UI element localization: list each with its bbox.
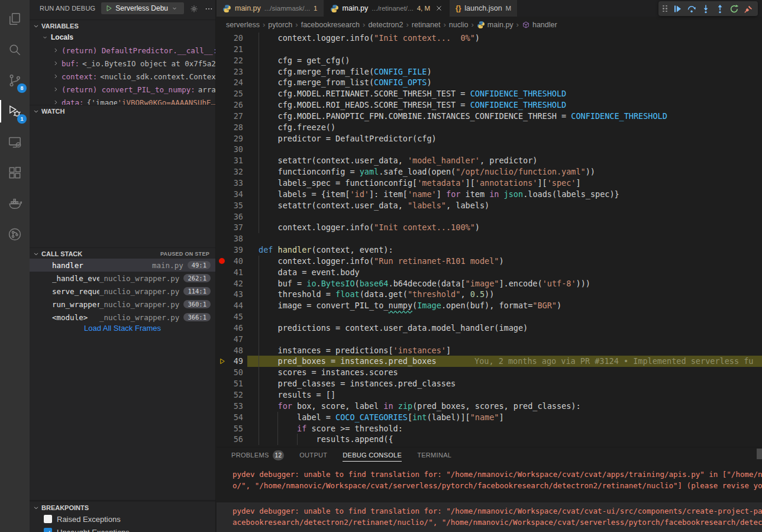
load-all-stack-frames-link[interactable]: Load All Stack Frames — [30, 324, 215, 333]
panel-tab-debug-console[interactable]: DEBUG CONSOLE — [343, 452, 402, 462]
activity-remote-explorer[interactable] — [0, 127, 30, 157]
docker-icon — [7, 196, 22, 211]
start-debug-icon[interactable] — [105, 4, 113, 12]
code-line-49[interactable]: 49 pred_boxes = instances.pred_boxesYou,… — [217, 356, 762, 367]
variable-row[interactable]: buf:<_io.BytesIO object at 0x7f5a2dc1ecc… — [30, 57, 215, 70]
variables-scope[interactable]: Locals — [30, 31, 215, 44]
tab-launch.json[interactable]: {}launch.jsonM — [450, 0, 518, 17]
breadcrumb-retinanet[interactable]: retinanet — [412, 21, 441, 29]
code-line-34[interactable]: 34 labels = {item['id']: item['name'] fo… — [217, 189, 762, 200]
checkbox-unchecked[interactable] — [44, 515, 52, 523]
variable-row[interactable]: context:<nuclio_sdk.context.Context obje… — [30, 70, 215, 83]
launch-config-dropdown[interactable]: Serverless Debu — [101, 2, 184, 14]
panel-scrollbar[interactable] — [757, 449, 762, 459]
code-line-36[interactable]: 36 — [217, 211, 762, 223]
activity-run-and-debug[interactable]: 1 — [0, 96, 30, 127]
stack-frame[interactable]: handlermain.py49:1 — [30, 259, 215, 272]
code-line-56[interactable]: 56 results.append({ — [217, 434, 762, 445]
activity-source-control[interactable]: 8 — [0, 65, 30, 96]
activity-pull-requests[interactable] — [0, 219, 30, 250]
code-line-50[interactable]: 50 scores = instances.scores — [217, 367, 762, 378]
step-over-button[interactable] — [684, 2, 699, 15]
breakpoint-row[interactable]: Uncaught Exceptions — [30, 525, 215, 532]
code-line-24[interactable]: 24 cfg.merge_from_list(CONFIG_OPTS) — [217, 77, 762, 88]
console-message[interactable]: pydev debugger: unable to find translati… — [217, 466, 762, 495]
close-tab-icon[interactable] — [435, 4, 443, 12]
activity-search[interactable] — [0, 34, 30, 65]
activity-explorer[interactable] — [0, 4, 30, 34]
restart-button[interactable] — [727, 2, 741, 15]
breadcrumb-pytorch[interactable]: pytorch — [268, 21, 292, 29]
disconnect-button[interactable] — [741, 2, 755, 15]
code-line-33[interactable]: 33 labels_spec = functionconfig['metadat… — [217, 178, 762, 189]
code-line-39[interactable]: 39def handler(context, event): — [217, 244, 762, 256]
breakpoint-row[interactable]: Raised Exceptions — [30, 512, 215, 525]
tab-main.py[interactable]: main.py.../retinanet/...4, M — [324, 0, 450, 17]
variable-row[interactable]: (return) convert_PIL_to_numpy:array([[[ … — [30, 83, 215, 96]
step-out-button[interactable] — [713, 2, 727, 15]
code-line-29[interactable]: 29 predictor = DefaultPredictor(cfg) — [217, 133, 762, 144]
code-line-25[interactable]: 25 cfg.MODEL.RETINANET.SCORE_THRESH_TEST… — [217, 88, 762, 99]
code-line-31[interactable]: 31 setattr(context.user_data, 'model_han… — [217, 155, 762, 166]
code-line-28[interactable]: 28 cfg.freeze() — [217, 122, 762, 133]
call-stack-pane-header[interactable]: CALL STACK PAUSED ON STEP — [30, 247, 215, 259]
toolbar-drag-handle[interactable] — [663, 5, 667, 12]
panel-tab-output[interactable]: OUTPUT — [299, 452, 327, 462]
code-editor[interactable]: 20 context.logger.info("Init context... … — [217, 33, 762, 447]
tab-main.py[interactable]: main.py.../siammask/...1 — [217, 0, 324, 17]
more-actions-icon[interactable] — [204, 3, 214, 14]
breadcrumb-detectron2[interactable]: detectron2 — [368, 21, 403, 29]
stack-frame[interactable]: _handle_event_nuclio_wrapper.py262:1 — [30, 272, 215, 285]
code-line-30[interactable]: 30 — [217, 144, 762, 155]
code-line-40[interactable]: 40 context.logger.info("Run retinanet-R1… — [217, 256, 762, 267]
breadcrumb-nuclio[interactable]: nuclio — [449, 21, 469, 29]
code-line-53[interactable]: 53 for box, score, label in zip(pred_box… — [217, 401, 762, 412]
breadcrumb-main.py[interactable]: main.py — [477, 21, 514, 29]
code-line-20[interactable]: 20 context.logger.info("Init context... … — [217, 33, 762, 44]
variable-row[interactable]: (return) DefaultPredictor.__call__:{'ins… — [30, 44, 215, 57]
code-line-37[interactable]: 37 context.logger.info("Init context...1… — [217, 222, 762, 233]
code-line-21[interactable]: 21 — [217, 44, 762, 55]
code-line-23[interactable]: 23 cfg.merge_from_file(CONFIG_FILE) — [217, 66, 762, 78]
code-line-48[interactable]: 48 instances = predictions['instances'] — [217, 345, 762, 356]
code-line-47[interactable]: 47 — [217, 334, 762, 345]
code-line-54[interactable]: 54 label = COCO_CATEGORIES[int(label)]["… — [217, 412, 762, 423]
code-line-27[interactable]: 27 cfg.MODEL.PANOPTIC_FPN.COMBINE.INSTAN… — [217, 111, 762, 122]
stack-frame[interactable]: serve_requests_nuclio_wrapper.py114:1 — [30, 285, 215, 298]
panel-tab-problems[interactable]: PROBLEMS12 — [231, 450, 284, 463]
code-line-26[interactable]: 26 cfg.MODEL.ROI_HEADS.SCORE_THRESH_TEST… — [217, 99, 762, 111]
continue-button[interactable] — [670, 2, 684, 15]
code-line-35[interactable]: 35 setattr(context.user_data, "labels", … — [217, 200, 762, 211]
console-message[interactable]: pydev debugger: unable to find translati… — [217, 502, 762, 532]
variables-pane-header[interactable]: VARIABLES — [30, 20, 215, 31]
stack-frame[interactable]: run_wrapper_nuclio_wrapper.py360:1 — [30, 298, 215, 311]
source-control-badge: 8 — [17, 83, 27, 93]
step-into-button[interactable] — [699, 2, 713, 15]
code-line-55[interactable]: 55 if score >= threshold: — [217, 423, 762, 434]
code-line-38[interactable]: 38 — [217, 233, 762, 244]
activity-extensions[interactable] — [0, 157, 30, 188]
code-line-45[interactable]: 45 — [217, 311, 762, 323]
breadcrumb-serverless[interactable]: serverless — [226, 21, 260, 29]
activity-docker[interactable] — [0, 188, 30, 219]
stack-frame[interactable]: <module>_nuclio_wrapper.py366:1 — [30, 311, 215, 324]
breakpoints-pane-header[interactable]: BREAKPOINTS — [30, 501, 215, 513]
panel-tab-terminal[interactable]: TERMINAL — [417, 452, 451, 462]
code-line-51[interactable]: 51 pred_classes = instances.pred_classes — [217, 378, 762, 389]
code-line-52[interactable]: 52 results = [] — [217, 389, 762, 401]
code-text: labels = {item['id']: item['name'] for i… — [259, 189, 619, 200]
code-line-42[interactable]: 42 buf = io.BytesIO(base64.b64decode(dat… — [217, 278, 762, 289]
gear-icon[interactable] — [189, 3, 199, 14]
code-line-32[interactable]: 32 functionconfig = yaml.safe_load(open(… — [217, 166, 762, 178]
remote-explorer-icon — [7, 134, 22, 150]
variable-row[interactable]: data:{'image': 'iVBORw0KGo=AAAANSUhE… — [30, 96, 215, 105]
code-line-41[interactable]: 41 data = event.body — [217, 267, 762, 278]
breadcrumb-handler[interactable]: handler — [522, 21, 557, 29]
code-line-46[interactable]: 46 predictions = context.user_data.model… — [217, 323, 762, 334]
breadcrumb-facebookresearch[interactable]: facebookresearch — [301, 21, 360, 29]
code-line-43[interactable]: 43 threshold = float(data.get("threshold… — [217, 289, 762, 300]
watch-pane-header[interactable]: WATCH — [30, 105, 215, 117]
code-line-22[interactable]: 22 cfg = get_cfg() — [217, 55, 762, 66]
code-line-44[interactable]: 44 image = convert_PIL_to_numpy(Image.op… — [217, 300, 762, 311]
checkbox-checked[interactable] — [44, 528, 52, 532]
